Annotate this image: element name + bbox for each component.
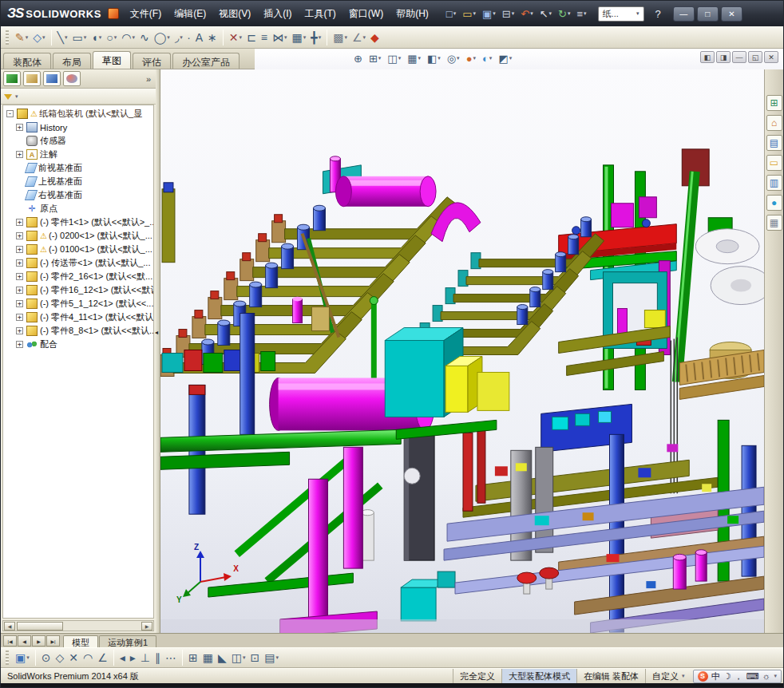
trim-entities-tool[interactable]: ✕ ▾ <box>227 29 244 46</box>
linear-pattern-tool[interactable]: ▦ ▾ <box>289 29 308 46</box>
ellipsis-button[interactable]: ⋯ ▾ <box>163 649 179 666</box>
panel-collapse-arrow-icon[interactable]: ◂ <box>155 329 158 336</box>
tree-horizontal-scrollbar[interactable]: ◀ ▶ <box>2 620 154 631</box>
rectangle-tool[interactable]: ▭ ▾ <box>70 29 89 46</box>
options-button[interactable]: ≡ ▾ <box>574 4 590 23</box>
doc-restore-button[interactable]: ◱ <box>748 51 762 63</box>
menu-help[interactable]: 帮助(H) <box>390 4 435 24</box>
undo-button[interactable]: ↶ ▾ <box>517 4 536 23</box>
tree-item-history[interactable]: + ⚠ History <box>3 121 153 134</box>
tree-item-part16-12[interactable]: + ⚠ (-) 零件16_12<1> (默认<<默认... <box>3 283 153 297</box>
filter-input[interactable] <box>21 91 152 102</box>
new-document-button[interactable]: □ ▾ <box>443 4 459 23</box>
expand-toggle[interactable]: + <box>16 232 23 239</box>
menu-edit[interactable]: 编辑(E) <box>168 4 212 24</box>
snap-right-button[interactable]: ▸ ▾ <box>128 649 138 666</box>
apply-scene-button[interactable]: ◐ ▾ <box>479 50 495 66</box>
parallel-button[interactable]: ∥ ▾ <box>152 649 163 666</box>
filter-caret-icon[interactable]: ▾ <box>15 93 18 100</box>
view-settings-button[interactable]: ◩ ▾ <box>495 50 515 66</box>
ime-fullwidth-icon[interactable]: ☽ <box>723 671 731 682</box>
tree-item-0200[interactable]: + ⚠ (-) 0200<1> (默认<默认_... <box>3 229 153 243</box>
open-button[interactable]: ▭ ▾ <box>459 4 479 23</box>
tabs-last-button[interactable]: ▶| <box>46 635 60 646</box>
table-button[interactable]: ▤ ▾ <box>262 649 281 666</box>
perpendicular-button[interactable]: ⊥ ▾ <box>138 649 152 666</box>
tab-layout[interactable]: 布局 <box>53 53 91 69</box>
toolbar-grip[interactable] <box>6 30 9 45</box>
rebuild-button[interactable]: ↻ ▾ <box>555 4 573 23</box>
toolbar-grip[interactable] <box>6 650 9 665</box>
mirror-entities-tool[interactable]: ⋈ ▾ <box>270 29 290 46</box>
file-explorer-tab[interactable]: ▭ <box>766 155 782 171</box>
displaymanager-tab[interactable] <box>63 71 81 86</box>
design-library-tab[interactable]: ▤ <box>766 135 782 151</box>
spline-tool[interactable]: ∿ ▾ <box>137 29 152 46</box>
close-button[interactable]: ✕ <box>721 6 742 22</box>
minimize-button[interactable]: — <box>673 6 695 22</box>
ime-caret-icon[interactable]: ▾ <box>774 673 777 679</box>
save-button[interactable]: ▣ ▾ <box>479 4 499 23</box>
edit-appearance-button[interactable]: ● ▾ <box>463 50 479 66</box>
tree-item-annotations[interactable]: + ⚠ 注解 <box>3 148 153 161</box>
expand-toggle[interactable]: + <box>16 327 23 334</box>
toolbox-tab[interactable]: ⊞ <box>766 95 782 111</box>
view-orientation-button[interactable]: ▦ ▾ <box>404 50 424 66</box>
zoom-area-button[interactable]: ⊞ ▾ <box>366 50 384 66</box>
ime-sogou-icon[interactable]: S <box>698 671 708 682</box>
expand-toggle[interactable]: + <box>16 151 23 158</box>
maximize-button[interactable]: □ <box>697 6 719 22</box>
snap-left-button[interactable]: ◂ ▾ <box>117 649 128 666</box>
tab-model[interactable]: 模型 <box>63 635 98 647</box>
fillet-tool[interactable]: ◞ ▾ <box>172 29 185 46</box>
offset-entities-tool[interactable]: ≡ ▾ <box>259 29 270 46</box>
tree-item-conveyor[interactable]: + ⚠ (-) 传送带<1> (默认<默认_... <box>3 256 153 270</box>
hide-show-items-button[interactable]: ◎ ▾ <box>444 50 463 66</box>
expand-toggle[interactable]: + <box>16 287 23 294</box>
polygon-sketch-button[interactable]: ◇ ▾ <box>53 649 66 666</box>
menu-tools[interactable]: 工具(T) <box>298 4 342 24</box>
tree-item-top-plane[interactable]: + ⚠ 上视基准面 <box>3 175 153 188</box>
collapse-toggle[interactable]: - <box>6 110 14 117</box>
quick-snaps-button[interactable]: ∠ ▾ <box>350 29 368 46</box>
scroll-right-button[interactable]: ▶ <box>141 622 152 631</box>
arc-sketch-button[interactable]: ◠ ▾ <box>81 649 95 666</box>
menu-window[interactable]: 窗口(W) <box>343 4 390 24</box>
tree-item-origin[interactable]: + ⚠ 原点 <box>3 202 153 215</box>
help-button[interactable]: ? <box>651 8 666 20</box>
doc-close-button[interactable]: ✕ <box>764 51 778 63</box>
tree-item-mates[interactable]: + ⚠ 配合 <box>3 338 153 351</box>
hatch-button[interactable]: ▦ ▾ <box>200 649 216 666</box>
circle-sketch-button[interactable]: ⊙ ▾ <box>39 649 53 666</box>
expand-toggle[interactable]: + <box>16 246 23 253</box>
tree-item-sensors[interactable]: + ⚠ 传感器 <box>3 134 153 148</box>
scrollbar-thumb[interactable] <box>17 622 63 631</box>
grid-button[interactable]: ⊞ ▾ <box>186 649 200 666</box>
tree-item-front-plane[interactable]: + ⚠ 前视基准面 <box>3 161 153 175</box>
model-block-row[interactable] <box>162 350 275 373</box>
tree-item-part5-1-12[interactable]: + ⚠ (-) 零件5_1_12<1> (默认<<... <box>3 297 153 310</box>
ime-punctuation-icon[interactable]: ， <box>735 670 743 682</box>
slot-tool[interactable]: ◖ ▾ <box>89 29 104 46</box>
panel-overflow-chevrons[interactable]: » <box>146 74 153 84</box>
tab-motion-study[interactable]: 运动算例1 <box>99 635 156 647</box>
sketch-dropdown-button[interactable]: ▣ ▾ <box>13 649 32 666</box>
doc-minimize-button[interactable]: — <box>732 51 746 63</box>
display-relations-button[interactable]: ▩ ▾ <box>331 29 350 46</box>
featuremanager-tree-tab[interactable] <box>3 71 21 86</box>
ime-settings-icon[interactable]: ☼ <box>762 671 770 681</box>
view-palette-tab[interactable]: ▥ <box>766 175 782 191</box>
graphics-area[interactable]: Z X Y <box>160 69 764 633</box>
expand-toggle[interactable]: + <box>16 273 23 280</box>
tree-item-part4-11[interactable]: + ⚠ (-) 零件4_11<1> (默认<<默认... <box>3 310 153 324</box>
zoom-fit-button[interactable]: ⊕ ▾ <box>350 50 366 66</box>
tab-sketch[interactable]: 草图 <box>93 51 131 69</box>
tree-item-part1[interactable]: + ⚠ (-) 零件1<1> (默认<<默认>_... <box>3 215 153 229</box>
expand-toggle[interactable]: + <box>16 124 23 131</box>
rapid-sketch-button[interactable]: ◆ ▾ <box>368 29 382 46</box>
menu-view[interactable]: 视图(V) <box>212 4 257 24</box>
pattern-star-tool[interactable]: ∗ ▾ <box>205 29 220 46</box>
tree-item-right-plane[interactable]: + ⚠ 右视基准面 <box>3 188 153 202</box>
move-entities-tool[interactable]: ╋ ▾ <box>308 29 323 46</box>
menu-insert[interactable]: 插入(I) <box>257 4 298 24</box>
